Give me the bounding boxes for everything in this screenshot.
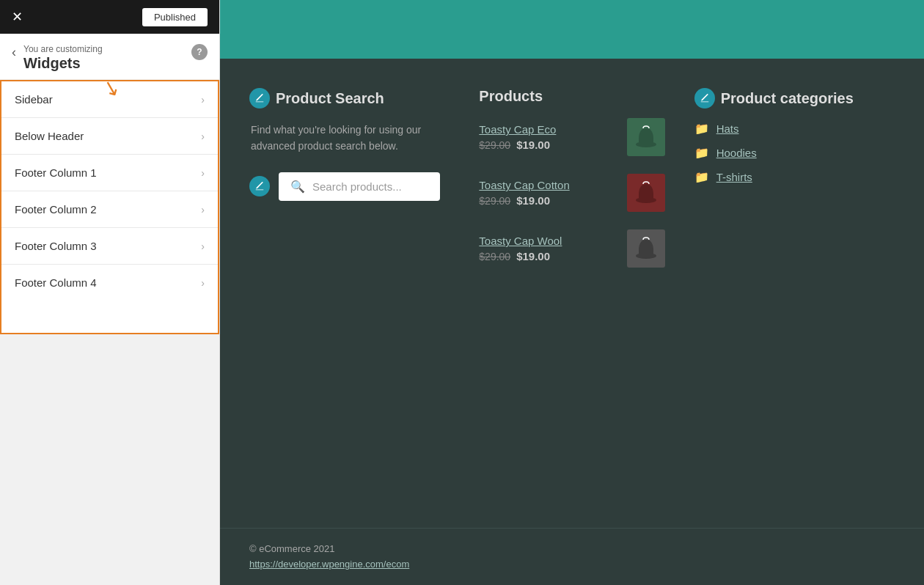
- customizer-panel: ✕ Published ‹ You are customizing Widget…: [0, 0, 220, 585]
- categories-title: Product categories: [721, 90, 854, 107]
- price-new-wool: $19.00: [516, 250, 550, 262]
- top-bar: ✕ Published: [0, 0, 219, 34]
- product-thumb-cotton: [627, 174, 665, 212]
- chevron-right-icon: ›: [201, 167, 205, 179]
- price-new-eco: $19.00: [516, 139, 550, 151]
- site-preview: Product Search Find what you're looking …: [220, 0, 924, 585]
- folder-icon: 📁: [694, 170, 709, 184]
- chevron-right-icon: ›: [201, 204, 205, 216]
- category-item-tshirts: 📁 T-shirts: [694, 170, 895, 184]
- folder-icon: 📁: [694, 122, 709, 136]
- category-link-tshirts[interactable]: T-shirts: [716, 171, 752, 183]
- sidebar-item-footer-col-3[interactable]: Footer Column 3 ›: [1, 228, 218, 265]
- customizing-label: You are customizing: [23, 44, 191, 54]
- footer-col-products: Products Toasty Cap Eco $29.00 $19.00: [464, 88, 679, 513]
- footer-col-categories: Product categories 📁 Hats 📁 Hoodies 📁 T-…: [680, 88, 895, 513]
- product-thumb-wool: [627, 229, 665, 268]
- price-old-wool: $29.00: [479, 251, 510, 262]
- search-widget-wrap: 🔍 Search products...: [249, 172, 450, 201]
- left-panel-bottom: [0, 334, 219, 586]
- product-item-wool: Toasty Cap Wool $29.00 $19.00: [479, 229, 664, 268]
- product-search-title-wrap: Product Search: [249, 88, 450, 108]
- sidebar-item-footer-col-1-label: Footer Column 1: [15, 166, 97, 179]
- search-icon: 🔍: [290, 180, 305, 194]
- footer-col-product-search: Product Search Find what you're looking …: [249, 88, 464, 513]
- published-button[interactable]: Published: [142, 8, 208, 26]
- search-box[interactable]: 🔍 Search products...: [279, 172, 440, 201]
- search-placeholder-text: Search products...: [312, 180, 402, 193]
- categories-title-wrap: Product categories: [694, 88, 895, 108]
- footer-copyright: © eCommerce 2021: [249, 543, 895, 554]
- product-name-eco[interactable]: Toasty Cap Eco: [479, 123, 556, 136]
- product-name-cotton[interactable]: Toasty Cap Cotton: [479, 179, 569, 191]
- customizer-header: ‹ You are customizing Widgets ? ↘: [0, 34, 219, 80]
- product-info-eco: Toasty Cap Eco $29.00 $19.00: [479, 123, 556, 151]
- product-info-wool: Toasty Cap Wool $29.00 $19.00: [479, 235, 562, 262]
- category-item-hoodies: 📁 Hoodies: [694, 146, 895, 160]
- sidebar-item-footer-col-3-label: Footer Column 3: [15, 240, 97, 252]
- sidebar-item-footer-col-4[interactable]: Footer Column 4 ›: [1, 265, 218, 301]
- product-search-description: Find what you're looking for using our a…: [249, 122, 450, 155]
- chevron-right-icon: ›: [201, 130, 205, 142]
- product-info-cotton: Toasty Cap Cotton $29.00 $19.00: [479, 179, 569, 207]
- edit-search-icon[interactable]: [249, 176, 270, 196]
- footer-bottom: © eCommerce 2021 https://developer.wpeng…: [220, 528, 924, 585]
- product-thumb-eco: [627, 118, 665, 156]
- sidebar-item-sidebar-label: Sidebar: [15, 93, 53, 106]
- price-new-cotton: $19.00: [516, 194, 550, 207]
- widgets-title: Widgets: [23, 55, 191, 72]
- product-item-cotton: Toasty Cap Cotton $29.00 $19.00: [479, 174, 664, 212]
- folder-icon: 📁: [694, 146, 709, 160]
- header-text: You are customizing Widgets: [21, 44, 191, 72]
- sidebar-item-below-header-label: Below Header: [15, 130, 84, 142]
- sidebar-item-footer-col-2-label: Footer Column 2: [15, 203, 97, 216]
- footer-content: Product Search Find what you're looking …: [220, 59, 924, 528]
- widget-list: Sidebar › Below Header › Footer Column 1…: [0, 80, 219, 334]
- sidebar-item-footer-col-1[interactable]: Footer Column 1 ›: [1, 155, 218, 191]
- product-item-eco: Toasty Cap Eco $29.00 $19.00: [479, 118, 664, 156]
- chevron-right-icon: ›: [201, 277, 205, 289]
- product-prices-cotton: $29.00 $19.00: [479, 194, 569, 207]
- edit-product-search-icon[interactable]: [249, 88, 270, 108]
- price-old-eco: $29.00: [479, 139, 510, 151]
- product-prices-wool: $29.00 $19.00: [479, 250, 562, 262]
- footer-link[interactable]: https://developer.wpengine.com/ecom: [249, 559, 409, 570]
- product-prices-eco: $29.00 $19.00: [479, 139, 556, 151]
- back-button[interactable]: ‹: [12, 44, 21, 59]
- site-header: [220, 0, 924, 59]
- product-search-title: Product Search: [276, 90, 384, 107]
- close-icon[interactable]: ✕: [12, 10, 23, 23]
- category-item-hats: 📁 Hats: [694, 122, 895, 136]
- chevron-right-icon: ›: [201, 240, 205, 252]
- sidebar-item-footer-col-2[interactable]: Footer Column 2 ›: [1, 191, 218, 228]
- category-link-hoodies[interactable]: Hoodies: [716, 147, 757, 159]
- sidebar-item-below-header[interactable]: Below Header ›: [1, 118, 218, 155]
- price-old-cotton: $29.00: [479, 195, 510, 207]
- help-icon[interactable]: ?: [191, 44, 208, 60]
- sidebar-item-sidebar[interactable]: Sidebar ›: [1, 81, 218, 118]
- products-title: Products: [479, 88, 664, 105]
- sidebar-item-footer-col-4-label: Footer Column 4: [15, 276, 97, 289]
- product-name-wool[interactable]: Toasty Cap Wool: [479, 235, 562, 247]
- edit-categories-icon[interactable]: [694, 88, 715, 108]
- chevron-right-icon: ›: [201, 94, 205, 106]
- category-link-hats[interactable]: Hats: [716, 122, 739, 135]
